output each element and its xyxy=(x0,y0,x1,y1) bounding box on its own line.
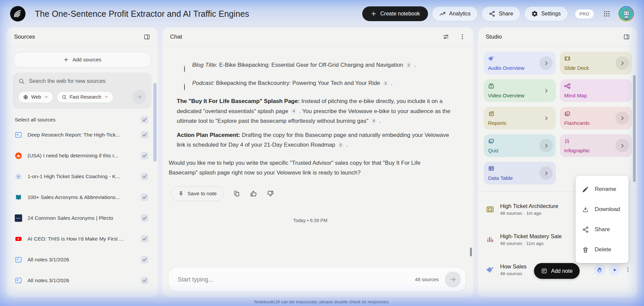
pin-icon xyxy=(178,191,184,197)
studio-card-slide-deck[interactable]: Slide Deck xyxy=(560,52,632,74)
chevron-right-icon[interactable] xyxy=(615,139,629,152)
play-icon xyxy=(611,267,618,273)
mind-map-icon xyxy=(564,83,571,90)
chevron-right-icon[interactable] xyxy=(539,84,553,97)
citation-chip[interactable]: 3 xyxy=(406,62,412,68)
studio-card-label: Data Table xyxy=(488,175,513,181)
research-mode-chip[interactable]: Fast Research xyxy=(57,91,113,103)
menu-item-label: Share xyxy=(595,226,610,233)
studio-card-label: Quiz xyxy=(488,148,499,154)
chat-closing-paragraph: Would you like me to help you write the … xyxy=(169,158,452,177)
search-submit-button[interactable] xyxy=(132,90,146,104)
play-button[interactable] xyxy=(608,264,621,276)
studio-scrollbar[interactable] xyxy=(633,75,636,182)
download-icon xyxy=(582,206,589,213)
save-to-note-button[interactable]: Save to note xyxy=(171,186,224,201)
chevron-right-icon[interactable] xyxy=(615,56,629,70)
add-note-button[interactable]: Add note xyxy=(534,263,580,279)
source-list-item[interactable]: PLECTO24 Common Sales Acronyms | Plecto xyxy=(13,208,152,228)
studio-card-reports[interactable]: Reports xyxy=(484,107,556,130)
source-checkbox[interactable] xyxy=(141,194,148,201)
web-search-input[interactable] xyxy=(29,78,146,84)
studio-card-video-overview[interactable]: Video Overview xyxy=(484,79,556,102)
studio-card-data-table[interactable]: Data Table xyxy=(484,162,556,185)
research-mode-label: Fast Research xyxy=(70,94,101,100)
source-list-item[interactable]: All notes 3/1/2026 xyxy=(13,250,152,270)
sources-panel-title: Sources xyxy=(14,34,35,40)
studio-card-infographic[interactable]: Infographic xyxy=(560,134,632,157)
studio-card-audio-overview[interactable]: Audio Overview xyxy=(484,52,556,74)
menu-item-rename[interactable]: Rename xyxy=(576,179,629,199)
source-checkbox[interactable] xyxy=(141,277,148,284)
interactive-mode-button[interactable] xyxy=(593,264,605,276)
source-list-item[interactable]: 1-on-1 High Ticket Sales Coaching - K... xyxy=(13,166,152,187)
collapse-panel-icon[interactable] xyxy=(623,34,630,40)
studio-card-label: Slide Deck xyxy=(564,65,589,71)
select-all-checkbox[interactable] xyxy=(141,116,148,123)
flashcards-icon xyxy=(564,110,571,117)
thumb-down-icon[interactable] xyxy=(267,190,274,197)
source-title: 100+ Sales Acronyms & Abbreviations... xyxy=(28,194,136,200)
analytics-button[interactable]: Analytics xyxy=(432,6,478,21)
web-filter-chip[interactable]: Web xyxy=(18,91,53,103)
copy-icon[interactable] xyxy=(233,190,240,197)
source-list-item[interactable]: AI CEO: THIS is How I'd Make My First ..… xyxy=(13,229,152,249)
source-checkbox[interactable] xyxy=(141,214,148,222)
studio-card-label: Flashcards xyxy=(564,120,590,126)
source-list-item[interactable]: 100+ Sales Acronyms & Abbreviations... xyxy=(13,187,152,207)
citation-chip[interactable]: 4 xyxy=(291,108,297,114)
chat-input[interactable] xyxy=(178,276,415,283)
collapse-panel-icon[interactable] xyxy=(144,34,150,40)
bullet-marker xyxy=(184,78,192,92)
source-checkbox[interactable] xyxy=(141,235,148,243)
source-list-item[interactable]: (USA) I need help determining if this r.… xyxy=(13,146,152,166)
share-button[interactable]: Share xyxy=(482,6,520,21)
more-vert-icon[interactable] xyxy=(459,33,466,40)
bullet-text: The "Buy It For Life Basecamp" Splash Pa… xyxy=(177,96,452,126)
chat-messages: Blog Title: E-Bike Bikepacking: Essentia… xyxy=(163,46,473,224)
chevron-right-icon[interactable] xyxy=(539,166,553,180)
source-list-item[interactable]: Deep Research Report: The High-Tick... xyxy=(13,125,152,145)
chat-scrollbar[interactable] xyxy=(470,248,472,256)
source-checkbox[interactable] xyxy=(141,131,148,139)
pencil-icon xyxy=(582,186,589,193)
citation-chip[interactable]: 5 xyxy=(338,142,343,148)
studio-panel-title: Studio xyxy=(486,34,502,40)
studio-cards-grid: Audio OverviewSlide DeckVideo OverviewMi… xyxy=(484,52,632,185)
source-checkbox[interactable] xyxy=(141,173,148,180)
source-checkbox[interactable] xyxy=(141,152,148,159)
disclaimer: NotebookLM can be inaccurate; please dou… xyxy=(0,297,644,306)
report-doc-icon xyxy=(15,131,22,139)
studio-card-quiz[interactable]: ?Quiz xyxy=(484,134,556,157)
studio-card-mind-map[interactable]: Mind Map xyxy=(560,79,632,102)
source-list-item[interactable]: All notes 3/1/2026 xyxy=(13,270,152,291)
source-title: All notes 3/1/2026 xyxy=(28,277,136,284)
chevron-right-icon[interactable] xyxy=(615,111,629,125)
sources-scrollbar[interactable] xyxy=(153,83,157,162)
analytics-label: Analytics xyxy=(449,11,471,17)
citation-chip[interactable]: 3 xyxy=(383,81,388,86)
avatar[interactable] xyxy=(619,6,634,21)
settings-button[interactable]: Settings xyxy=(524,6,568,21)
chevron-right-icon[interactable] xyxy=(539,111,553,125)
create-notebook-button[interactable]: Create notebook xyxy=(362,6,428,21)
doc-text: High Ticket Architecture48 sources · 1m … xyxy=(500,203,558,216)
top-bar: The One-Sentence Profit Extractor and AI… xyxy=(0,0,644,28)
thumb-up-icon[interactable] xyxy=(250,190,257,197)
studio-card-label: Video Overview xyxy=(488,93,524,99)
send-button[interactable] xyxy=(445,271,461,288)
studio-card-flashcards[interactable]: Flashcards xyxy=(560,107,632,130)
apps-grid-icon[interactable] xyxy=(603,10,610,17)
add-sources-button[interactable]: Add sources xyxy=(13,52,152,68)
source-checkbox[interactable] xyxy=(141,256,148,263)
menu-item-share[interactable]: Share xyxy=(576,219,629,240)
circle-bullet-icon xyxy=(184,84,185,91)
more-vert-icon[interactable] xyxy=(625,266,631,273)
menu-item-download[interactable]: Download xyxy=(576,199,629,219)
chevron-right-icon[interactable] xyxy=(539,139,553,152)
chevron-right-icon[interactable] xyxy=(539,56,553,70)
citation-chip[interactable]: 4 xyxy=(371,118,377,124)
source-title: Deep Research Report: The High-Tick... xyxy=(28,132,136,138)
menu-item-delete[interactable]: Delete xyxy=(576,240,629,260)
tune-icon[interactable] xyxy=(442,33,449,40)
